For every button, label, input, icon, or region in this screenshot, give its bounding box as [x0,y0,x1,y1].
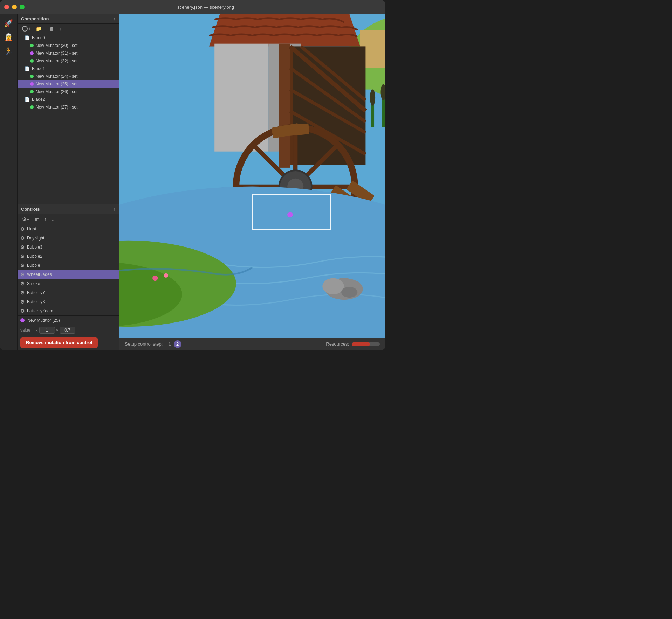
controls-toolbar: ⚙+ 🗑 ↑ ↓ [18,214,119,224]
tree-item-mutator24[interactable]: New Mutator (24) - set [18,72,119,80]
mutator-label: New Mutator (25) [27,318,114,323]
control-item-bubble3[interactable]: ⚙ Bubble3 [18,243,119,252]
gear-icon: ⚙ [20,290,25,295]
control-item-butterflyy[interactable]: ⚙ ButterflyX [18,297,119,306]
folder-icon: 📄 [25,66,30,71]
composition-header: Composition ↑ [18,14,119,24]
gear-icon: ⚙ [20,299,25,305]
gear-icon: ⚙ [20,263,25,268]
resources-bar-fill [352,342,370,346]
maximize-button[interactable] [20,5,25,9]
folder-icon: 📄 [25,35,30,40]
value-row: value x y [18,325,119,335]
svg-point-35 [341,287,357,298]
gear-icon: ⚙ [20,235,25,241]
tree-item-mutator31[interactable]: New Mutator (31) - set [18,49,119,57]
bottom-bar: Setup control step: 1 2 Resources: [119,338,385,350]
tree-item-mutator30[interactable]: New Mutator (30) - set [18,42,119,49]
composition-title: Composition [21,16,49,21]
svg-point-42 [152,276,158,281]
step-item: 1 2 [168,340,181,348]
main-layout: 🚀 🧝 🏃 Composition ↑ + 📁+ 🗑 ↑ ↓ 📄 Blade0 [0,14,385,350]
control-item-smoke[interactable]: ⚙ Smoke [18,279,119,288]
rocket-toolbar-button[interactable]: 🚀 [2,17,15,29]
character-toolbar-button[interactable]: 🧝 [2,31,15,43]
gear-icon: ⚙ [20,226,25,232]
control-item-wheelblades[interactable]: ⚙ WheelBlades [18,270,119,279]
delete-comp-button[interactable]: 🗑 [48,25,56,32]
folder-icon: 📄 [25,97,30,102]
move-down-comp-button[interactable]: ↓ [65,25,71,32]
controls-list: ⚙ Light ⚙ DayNight ⚙ Bubble3 ⚙ Bubble2 ⚙ [18,224,119,315]
x-label: x [36,328,38,332]
tree-item-blade1[interactable]: 📄 Blade1 [18,65,119,72]
scene-svg [119,14,385,338]
gear-icon: ⚙ [20,308,25,314]
step-2[interactable]: 2 [174,340,181,348]
value-label: value [20,328,34,333]
delete-control-button[interactable]: 🗑 [33,216,41,223]
svg-rect-8 [279,44,290,168]
svg-rect-9 [290,46,293,165]
dot-purple-icon [30,82,34,86]
resources-bar-outer [352,342,380,346]
controls-title: Controls [21,207,40,212]
control-item-bubble[interactable]: ⚙ Bubble [18,261,119,270]
controls-section: Controls ↑ ⚙+ 🗑 ↑ ↓ ⚙ Light ⚙ DayNight [18,204,119,350]
control-item-daynight[interactable]: ⚙ DayNight [18,234,119,243]
window-title: scenery.json — scenery.png [30,5,381,10]
canvas-area [119,14,385,338]
dot-green-icon [30,44,34,47]
composition-tree: 📄 Blade0 New Mutator (30) - set New Muta… [18,34,119,204]
y-label: y [56,328,59,332]
move-down-control-button[interactable]: ↓ [50,216,56,223]
svg-point-34 [322,278,344,294]
tree-item-mutator32[interactable]: New Mutator (32) - set [18,57,119,65]
gear-plus-button[interactable]: ⚙+ [20,216,31,223]
gear-icon: ⚙ [20,253,25,259]
resources-label: Resources: [326,341,349,347]
resources-bar: Resources: [326,341,380,347]
tree-item-mutator26[interactable]: New Mutator (26) - set [18,88,119,96]
tree-item-mutator25[interactable]: New Mutator (25) - set [18,80,119,88]
control-item-light[interactable]: ⚙ Light [18,224,119,234]
composition-toolbar: + 📁+ 🗑 ↑ ↓ [18,24,119,34]
add-circle-button[interactable]: + [20,25,33,32]
left-toolbar: 🚀 🧝 🏃 [0,14,18,350]
control-item-butterflyzoom[interactable]: ⚙ ButterflyZoom [18,306,119,315]
tree-item-mutator27[interactable]: New Mutator (27) - set [18,103,119,111]
mutator-row: New Mutator (25) ↑ [18,315,119,325]
mutator-arrow[interactable]: ↑ [114,318,116,322]
composition-arrow[interactable]: ↑ [113,16,115,21]
dot-green-icon [30,105,34,109]
titlebar: scenery.json — scenery.png [0,0,385,14]
dot-green-icon [30,90,34,93]
tree-item-blade2[interactable]: 📄 Blade2 [18,96,119,103]
gear-icon: ⚙ [20,281,25,286]
gear-icon: ⚙ [20,272,25,277]
step-1[interactable]: 1 [168,341,171,347]
dot-green-icon [30,59,34,63]
tree-item-blade0[interactable]: 📄 Blade0 [18,34,119,42]
move-up-control-button[interactable]: ↑ [42,216,48,223]
tool-toolbar-button[interactable]: 🏃 [2,45,15,57]
traffic-lights [4,5,25,9]
control-item-bubble2[interactable]: ⚙ Bubble2 [18,252,119,261]
dot-purple-icon [30,51,34,55]
dot-green-icon [30,75,34,78]
y-value-input[interactable] [60,327,75,334]
add-folder-button[interactable]: 📁+ [34,25,46,32]
svg-point-39 [370,90,375,106]
gear-icon: ⚙ [20,244,25,250]
control-item-butterflyx[interactable]: ⚙ ButterflyY [18,288,119,297]
minimize-button[interactable] [12,5,17,9]
svg-point-43 [164,273,168,278]
remove-mutation-button[interactable]: Remove mutation from control [20,337,98,348]
x-value-input[interactable] [39,327,55,334]
controls-arrow[interactable]: ↑ [113,207,115,212]
left-panel: Composition ↑ + 📁+ 🗑 ↑ ↓ 📄 Blade0 New Mu… [18,14,119,350]
setup-label: Setup control step: [125,341,163,347]
svg-point-45 [287,212,293,217]
move-up-comp-button[interactable]: ↑ [57,25,63,32]
close-button[interactable] [4,5,9,9]
